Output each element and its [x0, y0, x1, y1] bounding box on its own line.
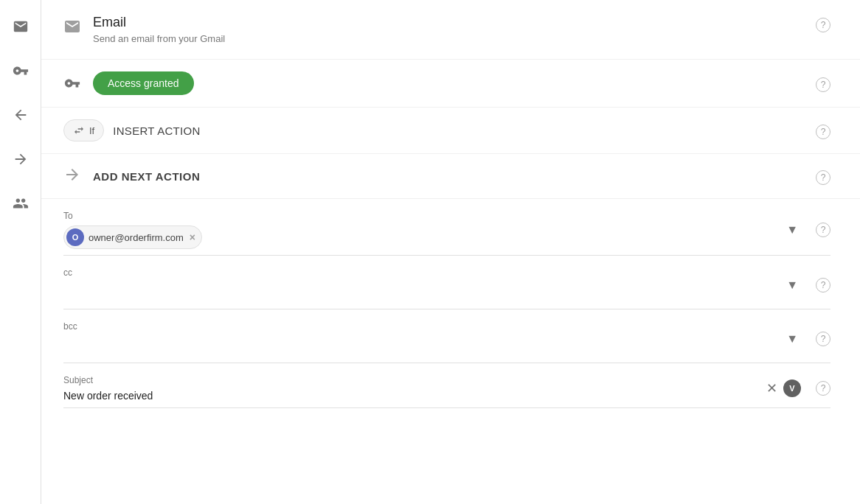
subject-field-help[interactable]: ? — [816, 381, 830, 396]
bcc-field-inner: bcc — [63, 321, 786, 357]
sidebar-icon-email[interactable] — [6, 12, 35, 41]
form-section: To O owner@orderfirm.com × ▼ ? cc — [41, 199, 860, 408]
sidebar — [0, 0, 41, 504]
access-help[interactable]: ? — [816, 77, 830, 92]
chip-close-button[interactable]: × — [190, 231, 195, 243]
to-field-row: To O owner@orderfirm.com × ▼ ? — [63, 199, 830, 256]
subject-clear-button[interactable]: ✕ — [766, 380, 777, 396]
sidebar-icon-people[interactable] — [6, 189, 35, 218]
bcc-field-content[interactable] — [63, 336, 786, 357]
to-field-inner: To O owner@orderfirm.com × — [63, 211, 786, 249]
if-label: If — [89, 125, 94, 136]
email-header-left: Email Send an email from your Gmail — [63, 15, 225, 44]
sidebar-icon-forward[interactable] — [6, 144, 35, 174]
cc-field-row: cc ▼ ? — [63, 256, 830, 309]
email-header-text: Email Send an email from your Gmail — [93, 15, 225, 44]
cc-dropdown-arrow[interactable]: ▼ — [786, 279, 798, 292]
email-section-icon — [63, 18, 81, 38]
email-avatar: O — [66, 228, 84, 246]
cc-field-help[interactable]: ? — [816, 278, 830, 293]
bcc-label: bcc — [63, 321, 786, 332]
email-address: owner@orderfirm.com — [89, 232, 184, 243]
cc-field-right: ▼ ? — [786, 278, 830, 293]
add-next-help[interactable]: ? — [816, 170, 830, 185]
insert-action-text[interactable]: INSERT ACTION — [113, 125, 200, 137]
insert-action-help[interactable]: ? — [816, 125, 830, 139]
bcc-field-help[interactable]: ? — [816, 332, 830, 346]
subject-value[interactable]: New order received — [63, 390, 766, 402]
email-title: Email — [93, 15, 225, 30]
add-next-left: ADD NEXT ACTION — [63, 166, 200, 186]
bcc-field-right: ▼ ? — [786, 332, 830, 346]
email-chip-owner: O owner@orderfirm.com × — [63, 225, 202, 249]
email-header-help[interactable]: ? — [816, 18, 830, 32]
bcc-dropdown-arrow[interactable]: ▼ — [786, 332, 798, 346]
to-field-right: ▼ ? — [786, 223, 830, 237]
insert-action-section: If INSERT ACTION ? — [41, 108, 860, 154]
email-subtitle: Send an email from your Gmail — [93, 33, 225, 44]
arrow-right-icon — [63, 166, 81, 186]
to-dropdown-arrow[interactable]: ▼ — [786, 223, 798, 237]
add-next-section: ADD NEXT ACTION ? — [41, 154, 860, 199]
to-label: To — [63, 211, 786, 221]
insert-action-left: If INSERT ACTION — [63, 119, 201, 141]
cc-field-content[interactable] — [63, 282, 786, 303]
sidebar-icon-back[interactable] — [6, 100, 35, 130]
subject-field-row: Subject New order received ✕ V ? — [63, 363, 830, 408]
main-content: Email Send an email from your Gmail ? Ac… — [41, 0, 860, 504]
bcc-field-row: bcc ▼ ? — [63, 309, 830, 363]
to-field-help[interactable]: ? — [816, 223, 830, 237]
cc-label: cc — [63, 267, 786, 278]
variable-badge[interactable]: V — [783, 379, 801, 397]
to-field-content: O owner@orderfirm.com × — [63, 225, 786, 249]
access-granted-button[interactable]: Access granted — [93, 71, 194, 95]
key-access-icon — [63, 74, 81, 92]
sidebar-icon-key[interactable] — [6, 56, 35, 85]
access-section-left: Access granted — [63, 71, 194, 95]
cc-field-inner: cc — [63, 267, 786, 303]
subject-field-inner: Subject New order received — [63, 375, 766, 402]
access-section: Access granted ? — [41, 60, 860, 108]
subject-actions: ✕ V ? — [766, 379, 830, 397]
if-badge[interactable]: If — [63, 119, 104, 141]
subject-label: Subject — [63, 375, 766, 385]
email-header-section: Email Send an email from your Gmail ? — [41, 0, 860, 60]
add-next-label[interactable]: ADD NEXT ACTION — [93, 170, 200, 183]
